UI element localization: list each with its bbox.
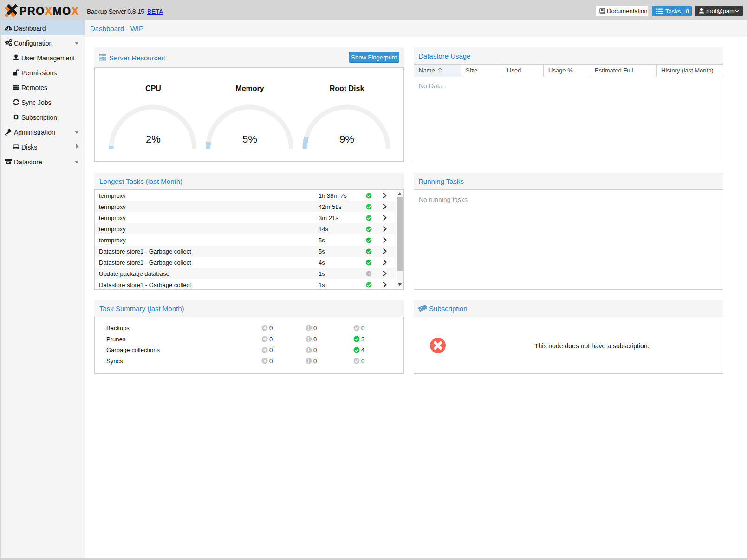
- svg-text:?: ?: [368, 272, 371, 276]
